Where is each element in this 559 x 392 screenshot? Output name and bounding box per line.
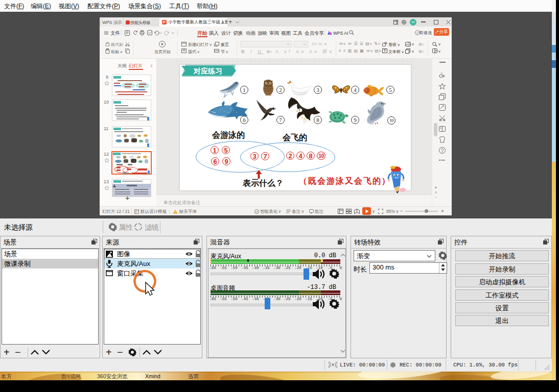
svg-text:对应练习: 对应练习 [193, 67, 222, 75]
